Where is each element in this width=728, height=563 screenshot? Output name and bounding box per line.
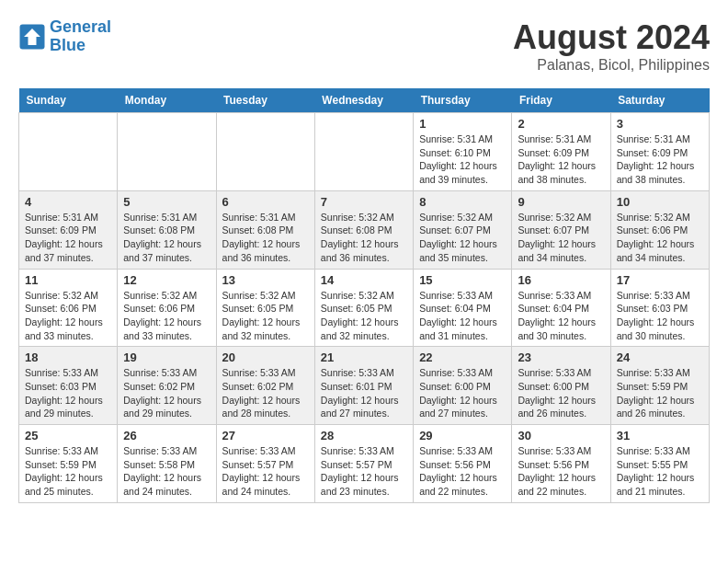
day-number: 13 [222,273,309,287]
calendar-cell: 13Sunrise: 5:32 AM Sunset: 6:05 PM Dayli… [216,269,314,347]
day-info: Sunrise: 5:33 AM Sunset: 6:03 PM Dayligh… [25,366,111,420]
logo-icon [18,23,46,51]
day-info: Sunrise: 5:33 AM Sunset: 5:58 PM Dayligh… [123,444,210,499]
title-section: August 2024 Palanas, Bicol, Philippines [513,18,710,74]
day-number: 14 [321,273,407,287]
calendar-table: SundayMondayTuesdayWednesdayThursdayFrid… [18,88,710,503]
calendar-cell: 24Sunrise: 5:33 AM Sunset: 5:59 PM Dayli… [610,347,709,425]
day-number: 29 [419,429,506,442]
day-number: 16 [518,273,604,287]
weekday-header-sunday: Sunday [19,88,118,113]
calendar-cell: 5Sunrise: 5:31 AM Sunset: 6:08 PM Daylig… [118,190,216,269]
weekday-header-wednesday: Wednesday [314,88,413,113]
day-number: 2 [518,117,604,131]
day-number: 11 [25,273,111,287]
day-info: Sunrise: 5:31 AM Sunset: 6:08 PM Dayligh… [222,211,309,265]
day-info: Sunrise: 5:31 AM Sunset: 6:09 PM Dayligh… [518,132,604,187]
calendar-week-row: 11Sunrise: 5:32 AM Sunset: 6:06 PM Dayli… [19,269,710,347]
calendar-week-row: 1Sunrise: 5:31 AM Sunset: 6:10 PM Daylig… [19,113,710,191]
calendar-cell: 19Sunrise: 5:33 AM Sunset: 6:02 PM Dayli… [118,347,216,425]
day-number: 22 [419,350,506,364]
day-info: Sunrise: 5:32 AM Sunset: 6:08 PM Dayligh… [321,211,407,265]
day-number: 8 [419,195,506,209]
day-info: Sunrise: 5:33 AM Sunset: 5:57 PM Dayligh… [222,444,309,499]
calendar-cell: 7Sunrise: 5:32 AM Sunset: 6:08 PM Daylig… [314,190,413,269]
day-number: 30 [518,429,604,442]
weekday-header-thursday: Thursday [414,88,512,113]
calendar-cell: 21Sunrise: 5:33 AM Sunset: 6:01 PM Dayli… [314,347,413,425]
day-number: 18 [25,350,111,364]
day-info: Sunrise: 5:33 AM Sunset: 6:02 PM Dayligh… [123,366,210,420]
day-number: 15 [419,273,506,287]
day-info: Sunrise: 5:33 AM Sunset: 5:55 PM Dayligh… [617,444,703,499]
weekday-header-monday: Monday [118,88,216,113]
logo: General Blue [18,18,111,55]
page-header: General Blue August 2024 Palanas, Bicol,… [18,18,710,74]
day-number: 27 [222,429,309,442]
day-info: Sunrise: 5:33 AM Sunset: 6:04 PM Dayligh… [419,289,506,343]
day-info: Sunrise: 5:33 AM Sunset: 6:00 PM Dayligh… [518,366,604,420]
calendar-week-row: 4Sunrise: 5:31 AM Sunset: 6:09 PM Daylig… [19,190,710,269]
day-number: 3 [617,117,703,131]
day-info: Sunrise: 5:32 AM Sunset: 6:06 PM Dayligh… [123,289,210,343]
day-number: 4 [25,195,111,209]
calendar-cell: 16Sunrise: 5:33 AM Sunset: 6:04 PM Dayli… [512,269,610,347]
day-number: 20 [222,350,309,364]
calendar-week-row: 25Sunrise: 5:33 AM Sunset: 5:59 PM Dayli… [19,425,710,503]
weekday-header-tuesday: Tuesday [216,88,314,113]
day-number: 7 [321,195,407,209]
calendar-cell: 8Sunrise: 5:32 AM Sunset: 6:07 PM Daylig… [414,190,512,269]
day-number: 26 [123,429,210,442]
calendar-cell [19,113,118,191]
day-info: Sunrise: 5:32 AM Sunset: 6:05 PM Dayligh… [222,289,309,343]
day-number: 21 [321,350,407,364]
calendar-cell: 10Sunrise: 5:32 AM Sunset: 6:06 PM Dayli… [610,190,709,269]
day-info: Sunrise: 5:33 AM Sunset: 5:59 PM Dayligh… [617,366,703,420]
day-number: 6 [222,195,309,209]
day-number: 1 [419,117,506,131]
weekday-header-friday: Friday [512,88,610,113]
day-info: Sunrise: 5:33 AM Sunset: 6:02 PM Dayligh… [222,366,309,420]
calendar-cell: 25Sunrise: 5:33 AM Sunset: 5:59 PM Dayli… [19,425,118,503]
calendar-cell: 29Sunrise: 5:33 AM Sunset: 5:56 PM Dayli… [414,425,512,503]
calendar-cell: 2Sunrise: 5:31 AM Sunset: 6:09 PM Daylig… [512,113,610,191]
day-info: Sunrise: 5:32 AM Sunset: 6:06 PM Dayligh… [617,211,703,265]
day-info: Sunrise: 5:33 AM Sunset: 5:56 PM Dayligh… [518,444,604,499]
day-info: Sunrise: 5:33 AM Sunset: 6:03 PM Dayligh… [617,289,703,343]
day-number: 23 [518,350,604,364]
calendar-cell: 28Sunrise: 5:33 AM Sunset: 5:57 PM Dayli… [314,425,413,503]
calendar-cell: 1Sunrise: 5:31 AM Sunset: 6:10 PM Daylig… [414,113,512,191]
day-info: Sunrise: 5:33 AM Sunset: 6:04 PM Dayligh… [518,289,604,343]
day-number: 5 [123,195,210,209]
calendar-week-row: 18Sunrise: 5:33 AM Sunset: 6:03 PM Dayli… [19,347,710,425]
day-info: Sunrise: 5:32 AM Sunset: 6:07 PM Dayligh… [518,211,604,265]
day-info: Sunrise: 5:33 AM Sunset: 6:01 PM Dayligh… [321,366,407,420]
calendar-cell [314,113,413,191]
day-info: Sunrise: 5:32 AM Sunset: 6:07 PM Dayligh… [419,211,506,265]
day-number: 17 [617,273,703,287]
day-number: 31 [617,429,703,442]
day-number: 10 [617,195,703,209]
calendar-cell: 18Sunrise: 5:33 AM Sunset: 6:03 PM Dayli… [19,347,118,425]
day-info: Sunrise: 5:31 AM Sunset: 6:09 PM Dayligh… [617,132,703,187]
day-info: Sunrise: 5:32 AM Sunset: 6:05 PM Dayligh… [321,289,407,343]
day-number: 12 [123,273,210,287]
calendar-cell: 31Sunrise: 5:33 AM Sunset: 5:55 PM Dayli… [610,425,709,503]
day-number: 28 [321,429,407,442]
page-subtitle: Palanas, Bicol, Philippines [513,57,710,74]
day-number: 25 [25,429,111,442]
day-info: Sunrise: 5:31 AM Sunset: 6:09 PM Dayligh… [25,211,111,265]
day-info: Sunrise: 5:31 AM Sunset: 6:10 PM Dayligh… [419,132,506,187]
calendar-cell: 9Sunrise: 5:32 AM Sunset: 6:07 PM Daylig… [512,190,610,269]
day-info: Sunrise: 5:33 AM Sunset: 5:57 PM Dayligh… [321,444,407,499]
calendar-cell [216,113,314,191]
calendar-cell: 22Sunrise: 5:33 AM Sunset: 6:00 PM Dayli… [414,347,512,425]
calendar-cell: 12Sunrise: 5:32 AM Sunset: 6:06 PM Dayli… [118,269,216,347]
calendar-cell [118,113,216,191]
calendar-cell: 23Sunrise: 5:33 AM Sunset: 6:00 PM Dayli… [512,347,610,425]
day-info: Sunrise: 5:32 AM Sunset: 6:06 PM Dayligh… [25,289,111,343]
calendar-cell: 27Sunrise: 5:33 AM Sunset: 5:57 PM Dayli… [216,425,314,503]
day-info: Sunrise: 5:31 AM Sunset: 6:08 PM Dayligh… [123,211,210,265]
calendar-cell: 3Sunrise: 5:31 AM Sunset: 6:09 PM Daylig… [610,113,709,191]
page-title: August 2024 [513,18,710,57]
